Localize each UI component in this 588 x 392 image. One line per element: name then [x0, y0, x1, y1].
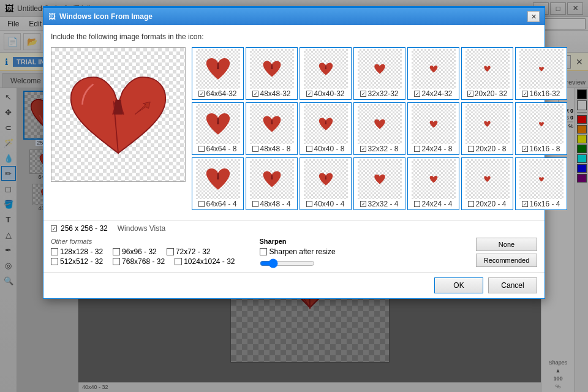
icon-cell-32-8: 32x32 - 8	[353, 102, 405, 155]
icon-img-64-32	[196, 49, 240, 89]
icon-cell-24-32: 24x24-32	[407, 47, 459, 100]
of-label-128: 128x128 - 32	[60, 247, 103, 256]
check-16-4[interactable]	[522, 201, 528, 207]
check-32-4[interactable]	[360, 201, 366, 207]
sharpen-row: Sharpen after resize	[260, 247, 336, 256]
sharpen-checkbox[interactable]	[260, 248, 267, 255]
icon-label-40-4: 40x40 - 4	[306, 200, 344, 208]
icon-label-64-4: 64x64 - 4	[198, 200, 236, 208]
check-16-8[interactable]	[522, 146, 528, 152]
of-check-768[interactable]	[113, 258, 120, 265]
check-24-4[interactable]	[414, 201, 420, 207]
of-check-96[interactable]	[113, 248, 120, 255]
check-40-32[interactable]	[306, 91, 312, 97]
of-item-72: 72x72 - 32	[167, 247, 211, 256]
check-32-32[interactable]	[360, 91, 366, 97]
icon-cell-20-4: 20x20 - 4	[461, 157, 513, 210]
icon-cell-40-32: 40x40-32	[300, 47, 352, 100]
sharpen-slider[interactable]	[260, 258, 315, 268]
of-item-96: 96x96 - 32	[113, 247, 157, 256]
of-label-96: 96x96 - 32	[122, 247, 157, 256]
icon-cell-48-32: 48x48-32	[246, 47, 298, 100]
icon-cell-24-4: 24x24 - 4	[407, 157, 459, 210]
dialog-instruction: Include the following image formats in t…	[51, 32, 537, 41]
icon-img-32-4	[358, 159, 402, 199]
check-24-32[interactable]	[414, 91, 420, 97]
check-64-8[interactable]	[198, 146, 205, 152]
check-48-8[interactable]	[252, 146, 258, 152]
check-48-32[interactable]	[252, 91, 258, 97]
icon-row-32bit: 64x64-32 48x48-32	[192, 47, 567, 100]
large-preview-col	[51, 47, 186, 213]
sharpen-section: Sharpen Sharpen after resize	[260, 238, 336, 268]
icon-cell-64-4: 64x64 - 4	[192, 157, 244, 210]
icon-cell-16-4: 16x16 - 4	[515, 157, 567, 210]
icon-label-64-32: 64x64-32	[198, 89, 236, 98]
icon-img-32-8	[358, 104, 402, 144]
check-48-4[interactable]	[252, 201, 258, 207]
cancel-button[interactable]: Cancel	[488, 277, 537, 293]
dialog-bottom: 256 x 256 - 32 Windows Vista Other forma…	[43, 220, 545, 272]
check-16-32[interactable]	[522, 91, 528, 97]
entry-256-row: 256 x 256 - 32 Windows Vista	[51, 224, 537, 233]
entry-256-label: 256 x 256 - 32	[61, 224, 108, 233]
dialog-action-buttons: OK Cancel	[43, 272, 545, 298]
other-formats-row1: 128x128 - 32 96x96 - 32 72x72 - 32	[51, 247, 235, 256]
check-20-32[interactable]	[467, 91, 473, 97]
ok-button[interactable]: OK	[434, 277, 483, 293]
icon-img-40-4	[304, 159, 348, 199]
icon-cell-40-4: 40x40 - 4	[300, 157, 352, 210]
check-64-32[interactable]	[198, 91, 205, 97]
icon-img-20-4	[466, 159, 510, 199]
icon-img-24-4	[412, 159, 456, 199]
sharpen-label: Sharpen after resize	[270, 247, 336, 256]
icon-label-48-32: 48x48-32	[252, 89, 290, 98]
check-256[interactable]	[51, 225, 57, 232]
icon-img-40-32	[304, 49, 348, 89]
icon-cell-16-32: 16x16-32	[515, 47, 567, 100]
icon-cell-20-8: 20x20 - 8	[461, 102, 513, 155]
icon-label-48-4: 48x48 - 4	[252, 200, 290, 208]
other-formats-row2: 512x512 - 32 768x768 - 32 1024x1024 - 32	[51, 257, 235, 266]
icon-cell-20-32: 20x20- 32	[461, 47, 513, 100]
check-40-8[interactable]	[306, 146, 312, 152]
check-24-8[interactable]	[414, 146, 420, 152]
icon-label-32-8: 32x32 - 8	[360, 145, 398, 153]
icon-label-40-32: 40x40-32	[306, 89, 344, 98]
icon-img-16-8	[519, 104, 564, 144]
check-20-4[interactable]	[468, 201, 474, 207]
dialog-close-button[interactable]: ✕	[527, 11, 540, 22]
icon-img-48-4	[250, 159, 294, 199]
entry-256-desc: Windows Vista	[118, 224, 165, 233]
none-button[interactable]: None	[476, 238, 537, 251]
of-check-128[interactable]	[51, 248, 58, 255]
icon-label-48-8: 48x48 - 8	[252, 145, 290, 153]
dialog-content: 64x64-32 48x48-32	[51, 47, 537, 213]
recommended-button[interactable]: Recommended	[476, 254, 537, 267]
icon-img-24-32	[412, 49, 456, 89]
of-label-512: 512x512 - 32	[60, 257, 103, 266]
of-label-1024: 1024x1024 - 32	[184, 257, 235, 266]
icon-cell-32-32: 32x32-32	[353, 47, 405, 100]
of-check-72[interactable]	[167, 248, 174, 255]
icon-label-20-32: 20x20- 32	[467, 89, 507, 98]
icon-cell-64-8: 64x64 - 8	[192, 102, 244, 155]
icon-row-8bit: 64x64 - 8 48x48 - 8	[192, 102, 567, 155]
check-32-8[interactable]	[360, 146, 366, 152]
of-check-1024[interactable]	[175, 258, 182, 265]
check-20-8[interactable]	[468, 146, 474, 152]
icon-img-64-8	[196, 104, 240, 144]
icon-label-32-4: 32x32 - 4	[360, 200, 398, 208]
other-formats-title: Other formats	[51, 238, 235, 245]
check-64-4[interactable]	[198, 201, 205, 207]
icon-label-64-8: 64x64 - 8	[198, 145, 236, 153]
dialog-title-text: Windows Icon From Image	[59, 12, 153, 21]
icon-grid-col: 64x64-32 48x48-32	[192, 47, 567, 213]
icon-img-40-8	[304, 104, 348, 144]
icon-label-24-32: 24x24-32	[414, 89, 452, 98]
of-check-512[interactable]	[51, 258, 58, 265]
of-item-1024: 1024x1024 - 32	[175, 257, 235, 266]
dialog-body: Include the following image formats in t…	[43, 25, 545, 220]
check-40-4[interactable]	[306, 201, 312, 207]
icon-label-40-8: 40x40 - 8	[306, 145, 344, 153]
